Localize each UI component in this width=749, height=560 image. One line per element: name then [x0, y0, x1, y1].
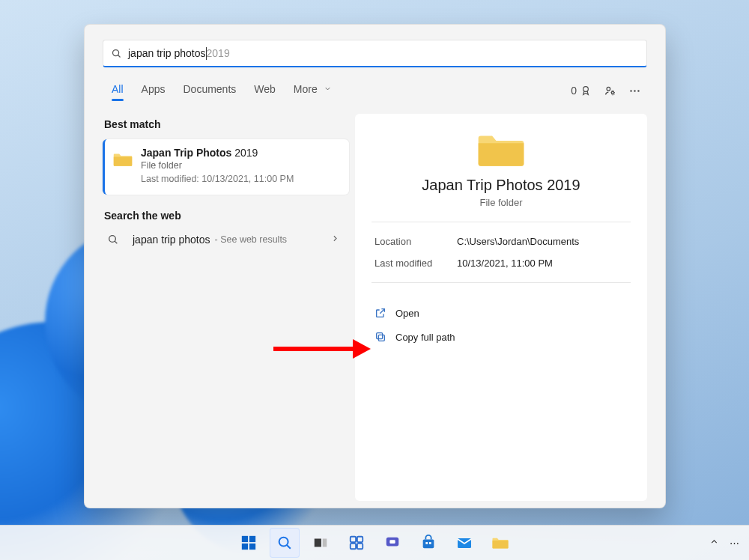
svg-point-0 [113, 49, 119, 55]
rewards-points: 0 [571, 85, 577, 97]
search-typed-text: japan trip photos [128, 47, 206, 59]
svg-line-1 [118, 55, 121, 57]
svg-rect-15 [249, 544, 255, 550]
filter-tabs: All Apps Documents Web More 0 [85, 73, 665, 108]
chevron-up-icon [709, 537, 719, 547]
widgets-icon [348, 535, 365, 551]
best-match-result[interactable]: Japan Trip Photos 2019 File folder Last … [103, 139, 349, 195]
ellipsis-icon [628, 85, 641, 97]
tab-web[interactable]: Web [245, 76, 285, 106]
web-result-query: japan trip photos [133, 234, 210, 246]
tray-expand-button[interactable] [709, 537, 719, 549]
svg-rect-14 [242, 544, 248, 550]
mail-button[interactable] [449, 528, 479, 558]
folder-icon [491, 535, 509, 551]
meta-location-value: C:\Users\Jordan\Documents [457, 236, 628, 247]
svg-rect-28 [429, 542, 431, 544]
preview-type: File folder [355, 197, 647, 208]
tab-documents[interactable]: Documents [174, 76, 245, 106]
search-input[interactable]: japan trip photos 2019 [103, 40, 647, 67]
tab-apps[interactable]: Apps [133, 76, 175, 106]
svg-point-4 [611, 91, 613, 94]
svg-rect-22 [351, 544, 356, 549]
store-icon [420, 535, 437, 551]
svg-point-16 [279, 538, 288, 547]
search-panel: japan trip photos 2019 All Apps Document… [84, 24, 666, 508]
windows-logo-icon [240, 535, 257, 551]
more-button[interactable] [622, 80, 647, 102]
result-title: Japan Trip Photos 2019 [141, 147, 294, 159]
web-result-row[interactable]: japan trip photos - See web results [103, 226, 349, 253]
taskbar-search-button[interactable] [270, 528, 300, 558]
options-button[interactable] [598, 80, 622, 102]
preview-title: Japan Trip Photos 2019 [355, 177, 647, 194]
store-button[interactable] [413, 528, 443, 558]
action-copy-path[interactable]: Copy full path [369, 325, 634, 349]
desktop: japan trip photos 2019 All Apps Document… [0, 0, 749, 560]
svg-rect-13 [249, 536, 255, 542]
svg-line-9 [115, 241, 117, 243]
svg-rect-20 [351, 537, 356, 542]
search-ghost-suggestion: 2019 [207, 47, 230, 59]
action-open[interactable]: Open [369, 301, 634, 325]
person-gear-icon [604, 85, 616, 97]
copy-icon [374, 331, 386, 343]
mail-icon [455, 534, 473, 552]
tab-more[interactable]: More [285, 76, 341, 106]
widgets-button[interactable] [342, 528, 372, 558]
search-icon [111, 48, 122, 59]
open-icon [374, 307, 386, 319]
meta-modified-value: 10/13/2021, 11:00 PM [457, 258, 628, 269]
rewards-button[interactable]: 0 [565, 80, 598, 101]
task-view-icon [312, 535, 329, 551]
folder-icon [112, 151, 133, 168]
start-button[interactable] [234, 528, 264, 558]
meta-modified-label: Last modified [374, 258, 457, 269]
file-explorer-button[interactable] [485, 528, 515, 558]
folder-icon [475, 130, 527, 169]
chevron-down-icon [324, 85, 332, 93]
search-web-heading: Search the web [104, 210, 349, 222]
svg-point-3 [607, 87, 610, 91]
svg-rect-26 [423, 539, 434, 548]
svg-rect-25 [389, 540, 395, 544]
svg-point-8 [109, 236, 116, 243]
svg-rect-10 [378, 335, 384, 341]
svg-rect-21 [357, 537, 363, 542]
preview-pane: Japan Trip Photos 2019 File folder Locat… [355, 114, 647, 501]
divider [372, 282, 631, 283]
tray-item[interactable]: ⋯ [730, 538, 740, 549]
svg-point-2 [583, 87, 589, 92]
medal-icon [580, 85, 592, 97]
svg-point-7 [637, 90, 639, 91]
svg-point-6 [634, 90, 635, 91]
chevron-right-icon [330, 234, 345, 246]
svg-rect-18 [315, 539, 321, 547]
svg-rect-23 [357, 544, 363, 549]
svg-point-5 [630, 90, 631, 91]
taskbar: ⋯ [0, 525, 749, 560]
action-open-label: Open [395, 308, 419, 319]
divider [372, 222, 631, 222]
svg-rect-27 [425, 542, 428, 544]
web-result-hint: - See web results [215, 234, 288, 245]
svg-rect-11 [377, 333, 383, 339]
svg-rect-12 [242, 536, 248, 542]
chat-button[interactable] [377, 528, 407, 558]
result-modified: Last modified: 10/13/2021, 11:00 PM [141, 174, 294, 184]
svg-line-17 [287, 545, 291, 549]
tab-all[interactable]: All [103, 76, 133, 106]
result-type: File folder [141, 160, 294, 171]
search-icon [107, 234, 119, 246]
chat-icon [384, 535, 401, 551]
tab-more-label: More [294, 83, 318, 95]
search-icon [276, 535, 293, 551]
task-view-button[interactable] [306, 528, 336, 558]
svg-rect-19 [323, 539, 327, 547]
best-match-heading: Best match [103, 114, 349, 139]
meta-location-label: Location [374, 236, 457, 247]
action-copy-label: Copy full path [395, 332, 455, 343]
